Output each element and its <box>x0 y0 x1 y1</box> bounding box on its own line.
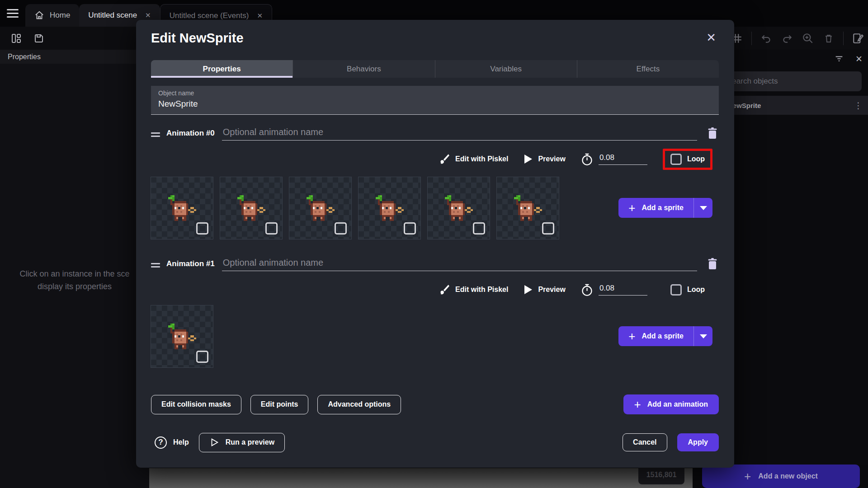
add-sprite-main-button[interactable]: + Add a sprite <box>618 326 693 346</box>
frame-select-checkbox[interactable] <box>473 222 485 235</box>
dialog-title: Edit NewSprite <box>151 31 244 46</box>
tab-home[interactable]: Home <box>25 4 79 27</box>
advanced-options-button[interactable]: Advanced options <box>317 395 401 414</box>
sprite-frame-thumbnail[interactable] <box>497 177 559 239</box>
add-sprite-main-button[interactable]: + Add a sprite <box>618 198 693 218</box>
sprite-frame-thumbnail[interactable] <box>151 305 213 367</box>
add-new-object-button[interactable]: + Add a new object <box>702 465 860 488</box>
animation-name-input[interactable] <box>222 127 697 141</box>
edit-with-piskel-button[interactable]: Edit with Piskel <box>438 284 508 296</box>
animation-label: Animation #0 <box>166 129 215 141</box>
add-animation-button[interactable]: + Add an animation <box>623 394 719 414</box>
sprite-frame-thumbnail[interactable] <box>428 177 490 239</box>
stopwatch-icon <box>581 283 593 296</box>
add-sprite-dropdown-button[interactable] <box>693 326 712 346</box>
frames-row: + Add a sprite <box>151 177 719 239</box>
sprite-frame-thumbnail[interactable] <box>220 177 282 239</box>
frame-select-checkbox[interactable] <box>196 222 208 235</box>
animation-label: Animation #1 <box>166 259 215 271</box>
dialog-tab-bar: Properties Behaviors Variables Effects <box>151 60 719 78</box>
object-name-field[interactable]: Object name NewSprite <box>151 86 719 115</box>
pig-sprite-image <box>166 195 198 221</box>
edit-points-button[interactable]: Edit points <box>250 395 309 414</box>
preview-button[interactable]: Preview <box>524 154 565 164</box>
search-objects-input[interactable]: Search objects <box>720 71 862 91</box>
tab-properties[interactable]: Properties <box>151 60 292 78</box>
sprite-frame-thumbnail[interactable] <box>151 177 213 239</box>
plus-icon: + <box>628 330 635 342</box>
frame-select-checkbox[interactable] <box>196 351 208 363</box>
object-menu-icon[interactable]: ⋮ <box>854 100 863 111</box>
frame-select-checkbox[interactable] <box>265 222 278 235</box>
frame-time-control: 0.08 <box>581 283 647 296</box>
sprite-frame-thumbnail[interactable] <box>359 177 420 239</box>
edit-scene-properties-icon[interactable] <box>852 32 864 45</box>
properties-panel-header: Properties <box>0 50 149 64</box>
undo-icon[interactable] <box>760 32 773 45</box>
frames-row: + Add a sprite <box>151 305 719 367</box>
help-button[interactable]: ? Help <box>151 436 189 449</box>
preview-button[interactable]: Preview <box>524 285 565 295</box>
pig-sprite-image <box>374 195 406 221</box>
delete-animation-button[interactable] <box>707 127 719 141</box>
object-name-label: Object name <box>158 89 712 97</box>
close-panel-icon[interactable]: ✕ <box>855 54 863 64</box>
tab-effects[interactable]: Effects <box>577 60 719 78</box>
frame-time-input[interactable]: 0.08 <box>599 153 647 165</box>
tab-home-label: Home <box>50 11 70 20</box>
frame-select-checkbox[interactable] <box>335 222 347 235</box>
tab-variables[interactable]: Variables <box>435 60 577 78</box>
edit-collision-masks-button[interactable]: Edit collision masks <box>151 395 241 414</box>
frame-select-checkbox[interactable] <box>542 222 554 235</box>
plus-icon: + <box>744 469 751 483</box>
add-sprite-button: + Add a sprite <box>618 198 712 218</box>
add-new-object-label: Add a new object <box>758 472 818 480</box>
cancel-button[interactable]: Cancel <box>623 433 667 451</box>
close-tab-icon[interactable]: ✕ <box>145 11 151 19</box>
save-icon[interactable] <box>33 32 45 45</box>
drag-handle-icon[interactable] <box>151 261 162 271</box>
zoom-in-icon[interactable] <box>802 32 814 45</box>
play-icon <box>524 154 533 164</box>
loop-label: Loop <box>687 286 705 294</box>
frame-select-checkbox[interactable] <box>404 222 416 235</box>
redo-icon[interactable] <box>781 32 793 45</box>
tab-behaviors[interactable]: Behaviors <box>292 60 434 78</box>
delete-animation-button[interactable] <box>707 258 719 271</box>
edit-with-piskel-button[interactable]: Edit with Piskel <box>438 153 508 165</box>
object-list-item[interactable]: NewSprite ⋮ <box>714 96 868 115</box>
drag-handle-icon[interactable] <box>151 131 162 141</box>
delete-icon[interactable] <box>822 32 835 45</box>
loop-checkbox[interactable] <box>670 154 682 165</box>
home-icon <box>34 10 44 20</box>
dialog-close-icon[interactable]: ✕ <box>706 31 716 45</box>
loop-control: Loop <box>663 279 712 300</box>
add-sprite-dropdown-button[interactable] <box>693 198 712 218</box>
animation-name-input[interactable] <box>222 258 697 271</box>
filter-icon[interactable] <box>833 52 845 65</box>
pig-sprite-image <box>443 195 475 221</box>
frame-time-input[interactable]: 0.08 <box>599 284 647 296</box>
add-sprite-button: + Add a sprite <box>618 326 712 346</box>
tab-scene-label: Untitled scene <box>88 11 137 20</box>
run-preview-button[interactable]: Run a preview <box>199 433 285 452</box>
project-manager-icon[interactable] <box>10 32 23 45</box>
object-name-value: NewSprite <box>158 99 712 109</box>
animation-section: Animation #0 Edit with Piskel Preview 0.… <box>151 124 719 239</box>
main-menu-button[interactable] <box>0 0 25 27</box>
loop-checkbox[interactable] <box>670 284 682 296</box>
chevron-down-icon <box>700 334 707 338</box>
pig-sprite-image <box>305 195 336 221</box>
sprite-frame-thumbnail[interactable] <box>289 177 351 239</box>
close-tab-icon[interactable]: ✕ <box>257 12 263 20</box>
objects-panel: ✕ Search objects NewSprite ⋮ <box>714 50 868 465</box>
animations-list: Animation #0 Edit with Piskel Preview 0.… <box>151 124 719 367</box>
help-icon: ? <box>155 436 167 449</box>
edit-sprite-dialog: Edit NewSprite ✕ Properties Behaviors Va… <box>136 20 734 468</box>
loop-control: Loop <box>663 149 712 170</box>
apply-button[interactable]: Apply <box>677 433 719 451</box>
loop-label: Loop <box>687 155 705 163</box>
brush-icon <box>438 153 450 165</box>
pig-sprite-image <box>166 324 198 349</box>
frame-time-control: 0.08 <box>581 153 647 166</box>
